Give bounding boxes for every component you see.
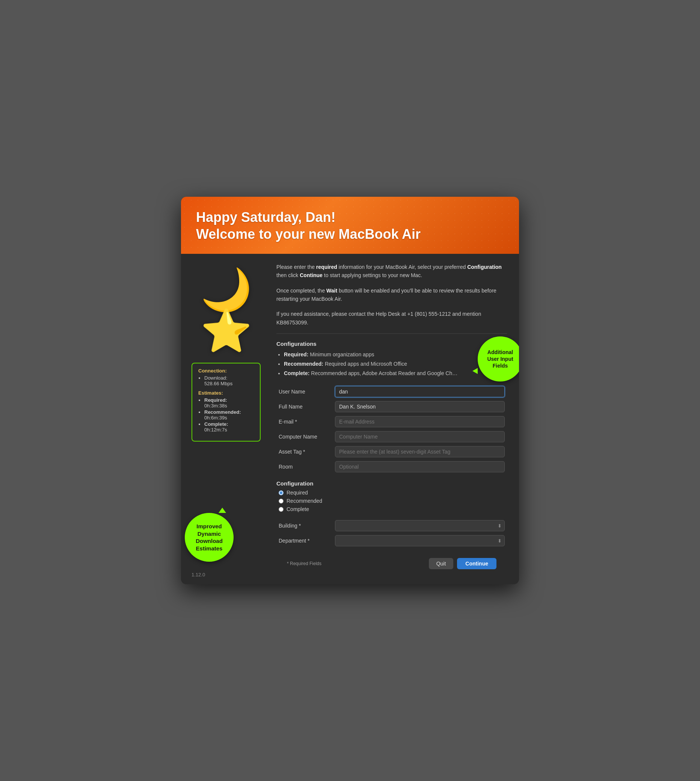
moon-icon: 🌙⭐ xyxy=(192,269,261,351)
radio-complete[interactable] xyxy=(278,507,283,512)
estimate-required-value: 0h:3m:38s xyxy=(204,403,227,408)
required-note: * Required Fields xyxy=(287,561,322,566)
fullname-cell xyxy=(333,399,507,414)
fullname-label: Full Name xyxy=(277,399,333,414)
radio-recommended[interactable] xyxy=(278,499,283,503)
field-row-email: E-mail * xyxy=(277,414,507,429)
connection-label: Connection: xyxy=(198,368,254,374)
estimates-section: Estimates: Required: 0h:3m:38s Recommend… xyxy=(198,390,254,433)
computername-input[interactable] xyxy=(335,431,505,442)
bold-wait: Wait xyxy=(326,288,337,294)
config-radio-section: Configuration Required Recommended Compl… xyxy=(277,480,507,512)
building-label: Building * xyxy=(277,518,333,533)
computername-label: Computer Name xyxy=(277,429,333,444)
field-row-assettag: Asset Tag * xyxy=(277,444,507,459)
assettag-cell xyxy=(333,444,507,459)
username-input[interactable] xyxy=(335,386,505,397)
version-label: 1.12.0 xyxy=(192,572,205,578)
radio-recommended-text: Recommended xyxy=(287,498,322,504)
header: Happy Saturday, Dan! Welcome to your new… xyxy=(181,197,519,254)
config-radio-heading: Configuration xyxy=(277,480,507,486)
username-cell xyxy=(333,384,507,399)
building-dept-table: Building * Department * xyxy=(277,518,507,548)
config-item-recommended: Recommended: Required apps and Microsoft… xyxy=(284,360,507,368)
footer-area: * Required Fields Quit Continue xyxy=(277,554,507,575)
computername-cell xyxy=(333,429,507,444)
connection-box: Connection: Download: 528.66 Mbps Estima… xyxy=(192,363,261,441)
callout-download: Improved Dynamic Download Estimates xyxy=(185,513,233,562)
main-content: 🌙⭐ Connection: Download: 528.66 Mbps Est… xyxy=(181,254,519,584)
radio-recommended-label[interactable]: Recommended xyxy=(278,498,507,504)
configurations-heading: Configurations xyxy=(277,341,507,347)
department-select-wrapper xyxy=(335,535,505,546)
building-cell xyxy=(333,518,507,533)
email-label: E-mail * xyxy=(277,414,333,429)
assettag-label: Asset Tag * xyxy=(277,444,333,459)
field-row-room: Room xyxy=(277,459,507,474)
radio-required-text: Required xyxy=(287,490,308,496)
email-cell xyxy=(333,414,507,429)
bold-continue: Continue xyxy=(300,272,323,278)
field-row-fullname: Full Name xyxy=(277,399,507,414)
estimate-required-label: Required: xyxy=(204,397,227,403)
radio-complete-label[interactable]: Complete xyxy=(278,506,507,512)
username-label: User Name xyxy=(277,384,333,399)
intro-paragraph-3: If you need assistance, please contact t… xyxy=(277,310,507,327)
radio-complete-text: Complete xyxy=(287,506,309,512)
estimate-complete-value: 0h:12m:7s xyxy=(204,427,227,433)
download-label: Download: xyxy=(204,375,227,381)
quit-button[interactable]: Quit xyxy=(429,558,453,569)
title-line1: Happy Saturday, Dan! xyxy=(196,210,335,225)
download-item: Download: 528.66 Mbps xyxy=(204,375,254,386)
radio-required-label[interactable]: Required xyxy=(278,490,507,496)
config-item-required: Required: Minimum organization apps xyxy=(284,351,507,359)
radio-required[interactable] xyxy=(278,490,283,495)
estimate-complete: Complete: 0h:12m:7s xyxy=(204,421,254,433)
estimate-recommended-value: 0h:6m:39s xyxy=(204,415,227,421)
room-label: Room xyxy=(277,459,333,474)
estimates-list: Required: 0h:3m:38s Recommended: 0h:6m:3… xyxy=(198,397,254,433)
estimate-recommended: Recommended: 0h:6m:39s xyxy=(204,409,254,421)
content-area: Additional User Input Fields Please ente… xyxy=(267,254,519,584)
field-row-department: Department * xyxy=(277,533,507,548)
estimate-required: Required: 0h:3m:38s xyxy=(204,397,254,408)
welcome-title: Happy Saturday, Dan! Welcome to your new… xyxy=(196,209,504,243)
download-value: 528.66 Mbps xyxy=(204,381,232,386)
fullname-input[interactable] xyxy=(335,401,505,412)
form-table: User Name Full Name E-mail * xyxy=(277,384,507,474)
connection-list: Download: 528.66 Mbps xyxy=(198,375,254,386)
bold-required: required xyxy=(316,264,337,270)
continue-button[interactable]: Continue xyxy=(457,558,497,569)
estimate-recommended-label: Recommended: xyxy=(204,409,241,415)
department-label: Department * xyxy=(277,533,333,548)
callout-input-text: Additional User Input Fields xyxy=(482,349,519,370)
building-select-wrapper xyxy=(335,520,505,531)
building-select[interactable] xyxy=(335,520,505,531)
email-input[interactable] xyxy=(335,416,505,427)
estimate-complete-label: Complete: xyxy=(204,421,228,427)
bold-configuration: Configuration xyxy=(467,264,502,270)
callout-download-text: Improved Dynamic Download Estimates xyxy=(188,523,230,552)
field-row-username: User Name xyxy=(277,384,507,399)
room-input[interactable] xyxy=(335,461,505,472)
department-select[interactable] xyxy=(335,535,505,546)
sidebar: 🌙⭐ Connection: Download: 528.66 Mbps Est… xyxy=(181,254,267,584)
radio-group: Required Recommended Complete xyxy=(277,490,507,512)
field-row-computername: Computer Name xyxy=(277,429,507,444)
field-row-building: Building * xyxy=(277,518,507,533)
intro-paragraph-1: Please enter the required information fo… xyxy=(277,263,507,280)
callout-input-fields: Additional User Input Fields xyxy=(478,336,519,381)
title-line2: Welcome to your new MacBook Air xyxy=(196,226,421,242)
estimates-label: Estimates: xyxy=(198,390,254,396)
department-cell xyxy=(333,533,507,548)
divider-1 xyxy=(277,333,507,334)
room-cell xyxy=(333,459,507,474)
assettag-input[interactable] xyxy=(335,446,505,457)
intro-paragraph-2: Once completed, the Wait button will be … xyxy=(277,286,507,303)
main-window: Happy Saturday, Dan! Welcome to your new… xyxy=(181,197,519,584)
